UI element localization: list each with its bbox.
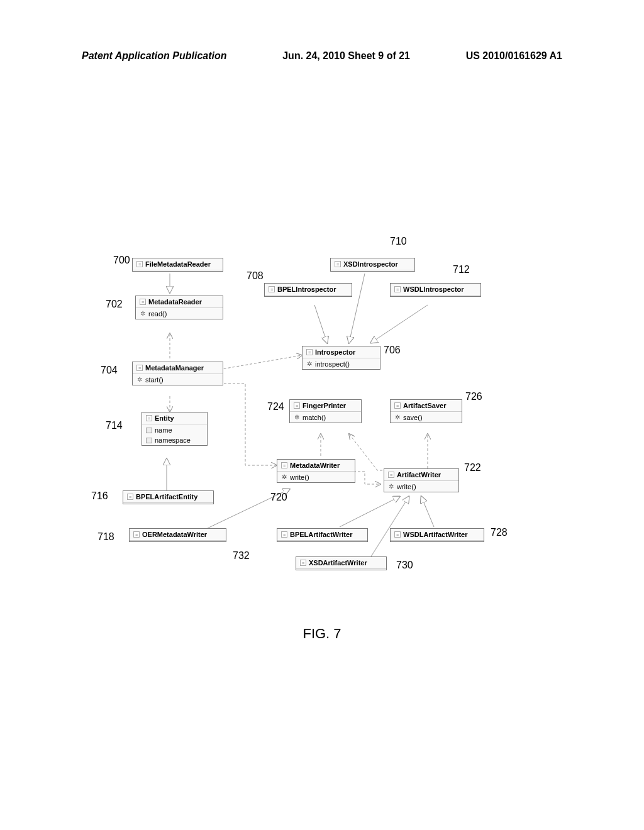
ref-716: 716 [91, 490, 108, 502]
class-fingerprinter: ≡FingerPrinter ✲match() [289, 399, 362, 423]
class-title: BPELArtifactWriter [290, 531, 352, 538]
svg-line-12 [371, 497, 409, 556]
class-artifactwriter: ≡ArtifactWriter ✲write() [384, 468, 459, 492]
ref-712: 712 [453, 264, 470, 275]
method-icon: ✲ [306, 361, 313, 367]
class-icon: ≡ [269, 286, 275, 292]
method-name: introspect() [315, 360, 350, 368]
class-title: MetadataWriter [290, 462, 340, 469]
ref-708: 708 [247, 270, 264, 282]
class-title: BPELArtifactEntity [136, 493, 197, 501]
class-icon: ≡ [140, 299, 146, 305]
class-title: Entity [155, 414, 174, 422]
class-wsdlintrospector: ≡WSDLIntrospector [390, 283, 481, 297]
class-title: WSDLArtifactWriter [403, 531, 467, 538]
ref-720: 720 [270, 492, 287, 503]
class-oermetadatawriter: ≡OERMetadataWriter [129, 528, 226, 542]
ref-722: 722 [464, 462, 481, 473]
ref-710: 710 [390, 236, 407, 247]
method-icon: ✲ [281, 474, 287, 480]
class-icon: ≡ [300, 560, 306, 566]
ref-706: 706 [384, 345, 401, 356]
svg-line-10 [340, 497, 399, 527]
class-title: FileMetadataReader [145, 260, 211, 268]
method-icon: ✲ [394, 414, 401, 421]
class-icon: ≡ [281, 462, 287, 468]
attribute-icon [146, 438, 152, 443]
class-title: ArtifactSaver [403, 402, 446, 409]
ref-714: 714 [106, 420, 123, 431]
class-artifactsaver: ≡ArtifactSaver ✲save() [390, 399, 462, 423]
class-title: MetadataReader [148, 298, 202, 306]
class-title: OERMetadataWriter [142, 531, 207, 538]
ref-700: 700 [113, 255, 130, 266]
page-header: Patent Application Publication Jun. 24, … [0, 50, 644, 62]
class-metadatawriter: ≡MetadataWriter ✲write() [277, 459, 355, 483]
ref-724: 724 [267, 401, 284, 412]
class-title: BPELIntrospector [277, 285, 336, 293]
class-icon: ≡ [394, 286, 401, 292]
method-icon: ✲ [140, 311, 146, 317]
class-icon: ≡ [335, 261, 341, 267]
uml-diagram: ≡FileMetadataReader 700 ≡XSDIntrospector… [101, 245, 541, 616]
ref-704: 704 [101, 365, 118, 376]
class-introspector: ≡Introspector ✲introspect() [302, 346, 380, 370]
class-title: XSDIntrospector [343, 260, 398, 268]
class-icon: ≡ [281, 531, 287, 538]
class-xsdintrospector: ≡XSDIntrospector [330, 258, 415, 272]
class-icon: ≡ [306, 349, 313, 355]
figure-caption: FIG. 7 [0, 626, 644, 642]
header-center: Jun. 24, 2010 Sheet 9 of 21 [282, 50, 410, 62]
class-metadatamanager: ≡MetadataManager ✲start() [132, 362, 223, 385]
ref-732: 732 [233, 550, 250, 562]
ref-726: 726 [465, 391, 482, 402]
class-icon: ≡ [394, 531, 401, 538]
class-icon: ≡ [294, 402, 300, 409]
class-icon: ≡ [127, 494, 133, 500]
svg-line-1 [314, 305, 327, 343]
class-bpelartifactwriter: ≡BPELArtifactWriter [277, 528, 368, 542]
class-entity: ≡Entity name namespace [142, 412, 208, 446]
class-bpelartifactentity: ≡BPELArtifactEntity [123, 490, 214, 504]
class-icon: ≡ [136, 261, 143, 267]
method-icon: ✲ [294, 414, 300, 421]
header-left: Patent Application Publication [82, 50, 227, 62]
ref-730: 730 [396, 560, 413, 571]
class-xsdartifactwriter: ≡XSDArtifactWriter [296, 556, 387, 570]
svg-line-3 [371, 305, 428, 343]
ref-702: 702 [106, 299, 123, 310]
method-name: match() [303, 414, 326, 421]
class-bpelintrospector: ≡BPELIntrospector [264, 283, 352, 297]
method-name: write() [397, 483, 416, 490]
method-icon: ✲ [388, 484, 394, 490]
svg-line-5 [211, 355, 302, 371]
class-title: FingerPrinter [303, 402, 346, 409]
class-icon: ≡ [133, 531, 140, 538]
header-right: US 2010/0161629 A1 [466, 50, 562, 62]
method-name: start() [145, 376, 164, 384]
class-icon: ≡ [146, 415, 152, 421]
method-name: write() [290, 473, 309, 481]
class-metadatareader: ≡MetadataReader ✲read() [135, 296, 223, 319]
method-icon: ✲ [136, 377, 143, 383]
attr-name: namespace [155, 436, 191, 444]
attribute-icon [146, 428, 152, 433]
ref-718: 718 [97, 531, 114, 543]
class-title: WSDLIntrospector [403, 285, 464, 293]
method-name: save() [403, 414, 423, 421]
method-name: read() [148, 310, 167, 318]
class-title: XSDArtifactWriter [309, 559, 367, 567]
class-icon: ≡ [136, 365, 143, 371]
class-title: Introspector [315, 348, 355, 356]
class-filemetadatareader: ≡FileMetadataReader [132, 258, 223, 272]
class-title: MetadataManager [145, 364, 204, 372]
attr-name: name [155, 426, 172, 434]
ref-728: 728 [491, 527, 508, 538]
class-icon: ≡ [388, 472, 394, 478]
class-wsdlartifactwriter: ≡WSDLArtifactWriter [390, 528, 484, 542]
class-icon: ≡ [394, 402, 401, 409]
class-title: ArtifactWriter [397, 471, 441, 479]
svg-line-11 [421, 497, 434, 527]
